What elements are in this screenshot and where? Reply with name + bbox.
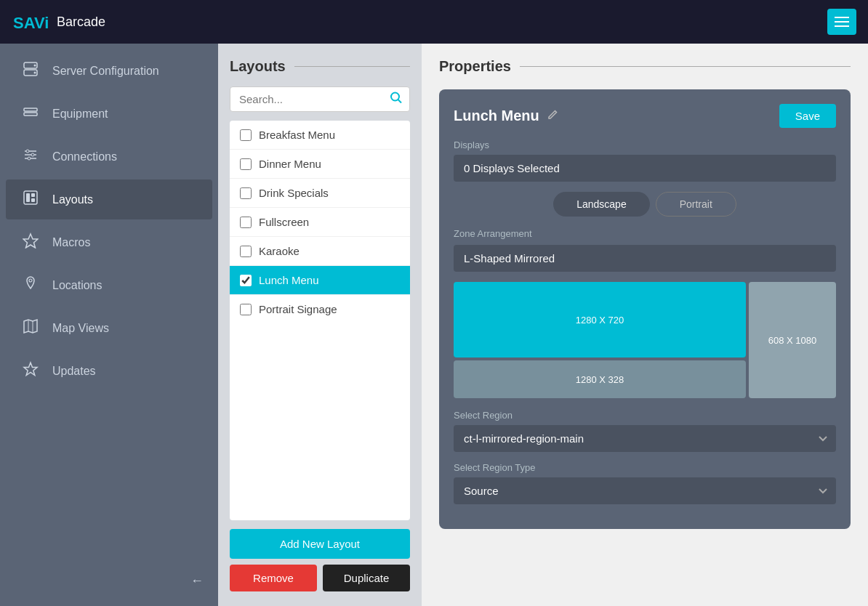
sidebar: Server Configuration Equipment Connectio… [0,44,218,606]
svg-point-12 [28,157,31,160]
sidebar-label-macros: Macros [52,236,90,249]
sidebar-label-connections: Connections [52,150,117,163]
sidebar-bottom: ← [0,562,218,600]
layout-label-fullscreen: Fullscreen [259,216,309,228]
layout-checkbox-lunch-menu[interactable] [240,275,252,286]
sidebar-collapse-button[interactable]: ← [190,573,204,589]
layout-checkbox-fullscreen[interactable] [240,217,252,228]
menu-button[interactable] [827,9,856,35]
properties-card: Lunch Menu Save Displays Landscape Portr… [439,89,851,529]
zone-right[interactable]: 608 X 1080 [749,282,836,398]
sidebar-item-server-configuration[interactable]: Server Configuration [6,51,212,91]
header-divider [294,66,410,67]
svg-point-11 [31,153,34,156]
layout-item-dinner-menu[interactable]: Dinner Menu [230,150,410,179]
zone-main[interactable]: 1280 X 720 [454,282,746,357]
layout-checkbox-karaoke[interactable] [240,246,252,257]
layouts-icon [20,190,41,209]
layout-item-breakfast-menu[interactable]: Breakfast Menu [230,121,410,150]
svg-point-18 [29,279,32,282]
zone-bottom[interactable]: 1280 X 328 [454,360,746,398]
layout-checkbox-portrait-signage[interactable] [240,304,252,315]
displays-label: Displays [454,140,836,150]
save-button[interactable]: Save [779,104,836,128]
logo-icon: SAVi [12,11,48,33]
app-name: Barcade [57,15,105,30]
properties-header: Properties [439,58,851,75]
layout-item-portrait-signage[interactable]: Portrait Signage [230,295,410,323]
middle-panel: Layouts Breakfast Menu Dinner Menu Drink… [218,44,422,606]
updates-icon [20,361,41,381]
layout-item-karaoke[interactable]: Karaoke [230,237,410,266]
sidebar-label-locations: Locations [52,279,103,292]
select-region-type-dropdown[interactable]: Source [454,477,836,504]
sidebar-item-macros[interactable]: Macros [6,222,212,262]
sidebar-item-connections[interactable]: Connections [6,137,212,177]
sidebar-item-locations[interactable]: Locations [6,265,212,305]
search-input[interactable] [230,86,410,112]
svg-marker-17 [23,234,38,248]
sidebar-item-equipment[interactable]: Equipment [6,94,212,134]
layout-label-drink-specials: Drink Specials [259,187,329,199]
layouts-panel-title: Layouts [230,58,286,75]
card-header: Lunch Menu Save [454,104,836,128]
macros-icon [20,233,41,252]
orientation-row: Landscape Portrait [454,192,836,217]
search-icon[interactable] [390,91,403,108]
zone-left: 1280 X 720 1280 X 328 [454,282,746,398]
add-layout-button[interactable]: Add New Layout [230,529,410,559]
svg-point-3 [34,65,36,67]
layout-item-drink-specials[interactable]: Drink Specials [230,179,410,208]
svg-line-24 [398,100,402,103]
layout-checkbox-breakfast-menu[interactable] [240,129,252,141]
layout-checkbox-dinner-menu[interactable] [240,158,252,170]
actions-row: Remove Duplicate [230,565,410,591]
zone-arrangement-input[interactable] [454,245,836,272]
card-title-row: Lunch Menu [454,108,558,124]
layouts-header: Layouts [230,58,410,75]
layout-checkbox-drink-specials[interactable] [240,187,252,199]
zone-arrangement-label: Zone Arrangement [454,228,836,239]
topbar: SAVi Barcade [0,0,868,44]
svg-rect-6 [24,113,37,116]
svg-rect-16 [31,198,35,202]
svg-point-23 [391,92,399,100]
layout-label-breakfast-menu: Breakfast Menu [259,129,335,141]
svg-text:SAVi: SAVi [13,14,48,32]
displays-input[interactable] [454,155,836,182]
svg-rect-15 [31,193,35,197]
select-region-dropdown[interactable]: ct-l-mirrored-region-main [454,425,836,452]
sidebar-item-layouts[interactable]: Layouts [6,179,212,219]
equipment-icon [20,104,41,124]
sidebar-item-updates[interactable]: Updates [6,351,212,391]
zone-preview: 1280 X 720 1280 X 328 608 X 1080 [454,282,836,398]
layout-item-lunch-menu[interactable]: Lunch Menu [230,266,410,295]
right-panel: Properties Lunch Menu Save Displays Land… [422,44,868,606]
search-box [230,86,410,112]
svg-marker-22 [24,363,37,376]
card-title: Lunch Menu [454,108,539,124]
sidebar-item-map-views[interactable]: Map Views [6,308,212,348]
sidebar-label-equipment: Equipment [52,108,108,121]
svg-point-4 [34,72,36,74]
svg-rect-13 [24,191,37,204]
remove-button[interactable]: Remove [230,565,317,591]
landscape-button[interactable]: Landscape [553,192,650,217]
server-icon [20,61,41,81]
properties-title: Properties [439,58,511,75]
duplicate-button[interactable]: Duplicate [323,565,410,591]
layout-item-fullscreen[interactable]: Fullscreen [230,208,410,237]
sidebar-label-updates: Updates [52,365,96,378]
layout-label-lunch-menu: Lunch Menu [259,274,319,286]
layout-label-karaoke: Karaoke [259,245,300,257]
svg-marker-19 [24,320,37,333]
connections-icon [20,147,41,166]
sidebar-label-server-configuration: Server Configuration [52,65,159,78]
sidebar-label-map-views: Map Views [52,322,109,335]
sidebar-label-layouts: Layouts [52,193,93,206]
edit-icon[interactable] [547,109,558,124]
select-region-type-label: Select Region Type [454,462,836,473]
select-region-label: Select Region [454,410,836,421]
layouts-list: Breakfast Menu Dinner Menu Drink Special… [230,121,410,520]
portrait-button[interactable]: Portrait [656,192,736,217]
